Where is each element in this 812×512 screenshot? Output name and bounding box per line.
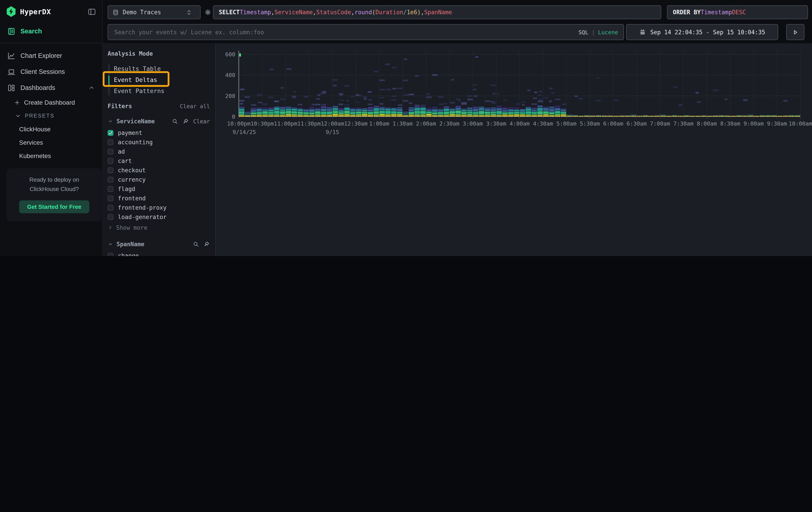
- filter-option-label: cart: [118, 158, 132, 164]
- filter-option-label: flagd: [118, 186, 135, 192]
- sidebar-preset-kubernetes[interactable]: Kubernetes: [0, 149, 102, 162]
- sql-mode-button[interactable]: SQL: [578, 29, 588, 35]
- query-token: ,: [421, 9, 424, 16]
- checkbox[interactable]: [108, 186, 113, 192]
- brand-name: HyperDX: [20, 7, 51, 16]
- preset-label: Services: [19, 139, 43, 146]
- checkbox-checked[interactable]: [108, 130, 113, 136]
- search-doc-icon: [7, 27, 16, 35]
- hyperdx-app: HyperDX SearchChart ExplorerClient Sessi…: [0, 0, 812, 256]
- sidebar-item-search[interactable]: Search: [0, 23, 102, 39]
- search-icon[interactable]: [172, 118, 178, 125]
- filter-option[interactable]: change: [108, 251, 210, 256]
- filter-option-label: currency: [118, 176, 146, 183]
- show-more-button[interactable]: Show more: [108, 223, 210, 233]
- filter-option[interactable]: load-generator: [108, 212, 210, 222]
- sidebar-preset-services[interactable]: Services: [0, 136, 102, 149]
- svg-text:3:00am: 3:00am: [463, 120, 483, 127]
- analysis-mode-option-results-table[interactable]: Results Table: [114, 63, 210, 74]
- sidebar-item-label: Client Sessions: [21, 68, 65, 75]
- chevron-down-icon[interactable]: [108, 241, 113, 247]
- filters-title: Filters: [108, 103, 132, 110]
- sidebar-item-dashboards[interactable]: Dashboards: [0, 80, 102, 96]
- filter-group-name[interactable]: ServiceName: [117, 118, 155, 125]
- analysis-mode-option-event-deltas[interactable]: Event Deltas: [114, 74, 210, 85]
- checkbox[interactable]: [108, 167, 113, 173]
- filter-option[interactable]: flagd: [108, 184, 210, 194]
- filter-option[interactable]: frontend-proxy: [108, 203, 210, 212]
- svg-text:5:30am: 5:30am: [580, 120, 600, 127]
- calendar-icon: [639, 28, 646, 36]
- query-token: SpanName: [424, 9, 452, 16]
- filter-option[interactable]: cart: [108, 156, 210, 166]
- preset-label: Kubernetes: [19, 152, 51, 159]
- gear-icon[interactable]: [204, 8, 212, 16]
- filter-option[interactable]: checkout: [108, 166, 210, 175]
- select-stepper-icon: [185, 9, 193, 16]
- svg-text:10:30pm: 10:30pm: [251, 120, 274, 127]
- svg-text:12:30am: 12:30am: [344, 120, 368, 127]
- query-token: (: [372, 9, 376, 16]
- checkbox[interactable]: [108, 158, 113, 164]
- chevron-down-icon[interactable]: [108, 118, 113, 124]
- date-range-picker[interactable]: Sep 14 22:04:35 - Sep 15 10:04:35: [626, 24, 778, 40]
- svg-text:6:30am: 6:30am: [627, 120, 646, 127]
- query-token: ,: [351, 9, 355, 16]
- analysis-mode-option-event-patterns[interactable]: Event Patterns: [114, 85, 210, 97]
- plus-icon: [14, 99, 21, 106]
- duration-heatmap-chart[interactable]: 020040060010:00pm10:30pm11:00pm11:30pm12…: [216, 43, 812, 204]
- collapse-sidebar-icon[interactable]: [88, 7, 96, 16]
- create-dashboard-button[interactable]: Create Dashboard: [0, 96, 102, 109]
- checkbox[interactable]: [108, 139, 113, 145]
- filter-group-spanname: SpanNamechangeclickdocumentFetchdocument…: [108, 241, 210, 256]
- query-token: ,: [313, 9, 316, 16]
- svg-text:1:30am: 1:30am: [393, 120, 413, 127]
- dashboards-icon: [7, 83, 16, 92]
- checkbox[interactable]: [108, 195, 113, 201]
- search-input[interactable]: [113, 28, 578, 36]
- query-token: ,: [271, 9, 274, 16]
- query-token: round: [355, 9, 372, 16]
- svg-text:11:30pm: 11:30pm: [297, 120, 321, 127]
- checkbox[interactable]: [108, 214, 113, 220]
- svg-text:1:00am: 1:00am: [369, 120, 389, 127]
- filter-option[interactable]: currency: [108, 175, 210, 184]
- checkbox[interactable]: [108, 205, 113, 211]
- pin-icon[interactable]: [203, 241, 210, 247]
- lucene-mode-button[interactable]: Lucene: [598, 29, 618, 35]
- svg-text:6:00am: 6:00am: [603, 120, 623, 127]
- filter-option[interactable]: accounting: [108, 138, 210, 147]
- svg-text:11:00pm: 11:00pm: [274, 120, 297, 127]
- filter-option[interactable]: payment: [108, 128, 210, 138]
- filter-option[interactable]: ad: [108, 147, 210, 156]
- sql-select-input[interactable]: SELECT Timestamp, ServiceName, StatusCod…: [213, 5, 661, 19]
- checkbox[interactable]: [108, 177, 113, 183]
- filter-group-servicename: ServiceNameClearpaymentaccountingadcartc…: [108, 118, 210, 233]
- filter-option[interactable]: frontend: [108, 194, 210, 203]
- svg-text:4:00am: 4:00am: [510, 120, 530, 127]
- clickhouse-cloud-promo: Ready to deploy on ClickHouse Cloud? Get…: [7, 168, 102, 221]
- preset-label: ClickHouse: [19, 126, 51, 133]
- filter-clear-button[interactable]: Clear: [193, 118, 210, 125]
- chevron-right-icon: [108, 225, 113, 230]
- sidebar-item-label: Chart Explorer: [21, 52, 62, 59]
- get-started-button[interactable]: Get Started for Free: [19, 200, 89, 213]
- search-icon[interactable]: [193, 241, 199, 247]
- checkbox[interactable]: [108, 253, 113, 256]
- sidebar-item-chart-explorer[interactable]: Chart Explorer: [0, 48, 102, 64]
- sidebar-preset-clickhouse[interactable]: ClickHouse: [0, 123, 102, 136]
- hyperdx-logo-icon: [6, 6, 16, 17]
- results-pane: 020040060010:00pm10:30pm11:00pm11:30pm12…: [216, 43, 812, 256]
- chart-line-icon: [7, 51, 16, 60]
- pin-icon[interactable]: [182, 118, 189, 125]
- presets-toggle[interactable]: PRESETS: [0, 109, 102, 123]
- clear-all-button[interactable]: Clear all: [180, 103, 210, 110]
- filter-group-name[interactable]: SpanName: [117, 241, 144, 247]
- analysis-mode-list: Results TableEvent DeltasEvent Patterns: [108, 63, 210, 97]
- order-by-input[interactable]: ORDER BY Timestamp DESC: [667, 5, 808, 19]
- source-select[interactable]: Demo Traces: [108, 5, 201, 19]
- sidebar-item-client-sessions[interactable]: Client Sessions: [0, 64, 102, 80]
- checkbox[interactable]: [108, 149, 113, 155]
- run-query-button[interactable]: [786, 24, 805, 40]
- chevron-up-icon[interactable]: [88, 84, 95, 91]
